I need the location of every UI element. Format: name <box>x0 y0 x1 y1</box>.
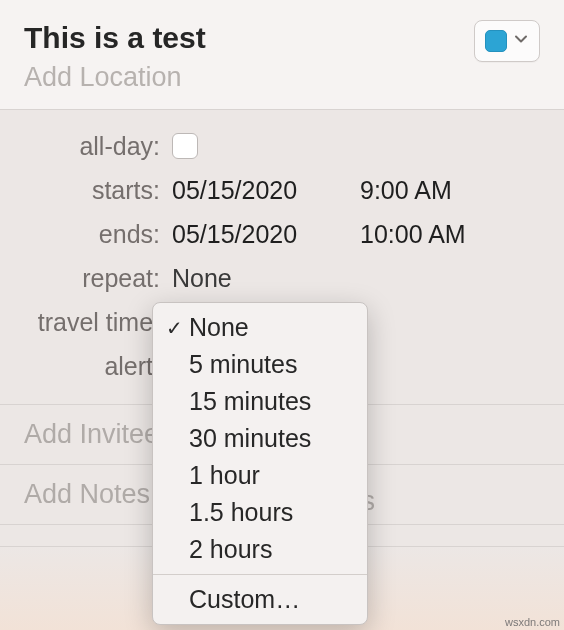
popup-item-custom[interactable]: Custom… <box>153 581 367 618</box>
location-field[interactable]: Add Location <box>24 62 474 93</box>
event-title[interactable]: This is a test <box>24 20 474 56</box>
ends-row: ends: 05/15/2020 10:00 AM <box>0 212 564 256</box>
popup-item-label: 2 hours <box>189 535 353 564</box>
calendar-picker[interactable] <box>474 20 540 62</box>
repeat-label: repeat: <box>0 264 172 293</box>
repeat-row: repeat: None <box>0 256 564 300</box>
chevron-down-icon <box>513 31 529 51</box>
ends-time[interactable]: 10:00 AM <box>360 220 488 249</box>
popup-item-none[interactable]: ✓ None <box>153 309 367 346</box>
ends-label: ends: <box>0 220 172 249</box>
checkmark-icon: ✓ <box>159 316 189 340</box>
ends-date[interactable]: 05/15/2020 <box>172 220 330 249</box>
event-header: This is a test Add Location <box>0 0 564 110</box>
popup-item-label: 30 minutes <box>189 424 353 453</box>
popup-item-1-5hours[interactable]: 1.5 hours <box>153 494 367 531</box>
starts-row: starts: 05/15/2020 9:00 AM <box>0 168 564 212</box>
calendar-color-swatch <box>485 30 507 52</box>
all-day-row: all-day: <box>0 124 564 168</box>
starts-date[interactable]: 05/15/2020 <box>172 176 330 205</box>
popup-item-30min[interactable]: 30 minutes <box>153 420 367 457</box>
starts-label: starts: <box>0 176 172 205</box>
popup-separator <box>153 574 367 575</box>
popup-item-2hours[interactable]: 2 hours <box>153 531 367 568</box>
popup-item-5min[interactable]: 5 minutes <box>153 346 367 383</box>
popup-item-label: 1.5 hours <box>189 498 353 527</box>
popup-item-label: None <box>189 313 353 342</box>
alert-label: alert: <box>0 352 172 381</box>
travel-time-label: travel time: <box>0 308 172 337</box>
watermark: wsxdn.com <box>505 616 560 628</box>
repeat-value[interactable]: None <box>172 264 232 293</box>
travel-time-popup: ✓ None 5 minutes 15 minutes 30 minutes 1… <box>152 302 368 625</box>
popup-item-label: 15 minutes <box>189 387 353 416</box>
popup-item-label: Custom… <box>189 585 353 614</box>
popup-item-label: 5 minutes <box>189 350 353 379</box>
all-day-label: all-day: <box>0 132 172 161</box>
popup-item-label: 1 hour <box>189 461 353 490</box>
all-day-checkbox[interactable] <box>172 133 198 159</box>
popup-item-15min[interactable]: 15 minutes <box>153 383 367 420</box>
popup-item-1hour[interactable]: 1 hour <box>153 457 367 494</box>
starts-time[interactable]: 9:00 AM <box>360 176 488 205</box>
